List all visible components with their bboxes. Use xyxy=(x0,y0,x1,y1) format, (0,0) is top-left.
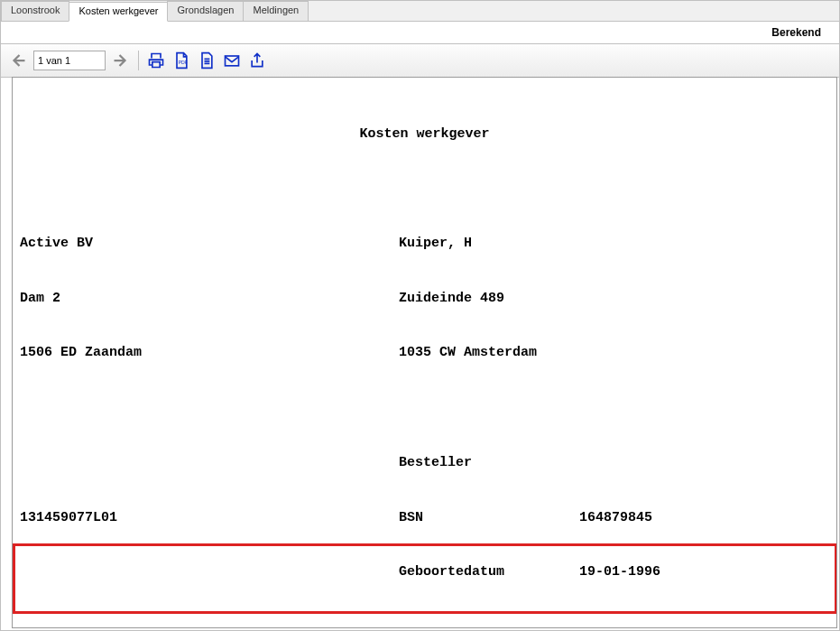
dob-row: Geboortedatum19-01-1996 xyxy=(399,563,660,581)
print-button[interactable] xyxy=(146,51,166,70)
tab-meldingen[interactable]: Meldingen xyxy=(243,1,309,21)
printer-icon xyxy=(147,51,165,70)
pdf-button[interactable]: PDF xyxy=(171,51,191,70)
employee-city: 1035 CW Amsterdam xyxy=(399,344,537,362)
prev-page-button[interactable] xyxy=(8,51,28,70)
employer-city: 1506 ED Zaandam xyxy=(20,344,399,362)
bsn-row: BSN164879845 xyxy=(399,509,652,527)
status-label: Berekend xyxy=(771,26,821,39)
tab-kosten-werkgever[interactable]: Kosten werkgever xyxy=(69,2,168,22)
svg-text:PDF: PDF xyxy=(179,60,188,65)
export-button[interactable] xyxy=(247,51,267,70)
share-icon xyxy=(248,51,266,70)
payroll-id: 131459077L01 xyxy=(20,509,399,527)
bsn-value: 164879845 xyxy=(579,510,652,525)
page-indicator xyxy=(33,51,106,70)
spacer xyxy=(20,563,399,581)
envelope-icon xyxy=(223,51,241,70)
dob-label: Geboortedatum xyxy=(399,563,579,581)
arrow-right-icon xyxy=(113,52,129,69)
page-input[interactable] xyxy=(33,51,106,70)
tab-grondslagen[interactable]: Grondslagen xyxy=(167,1,244,21)
document-title: Kosten werkgever xyxy=(20,125,829,144)
status-bar: Berekend xyxy=(1,22,839,43)
employer-street: Dam 2 xyxy=(20,290,399,308)
employee-role: Besteller xyxy=(399,454,472,472)
employer-name: Active BV xyxy=(20,235,399,253)
toolbar: PDF xyxy=(1,43,839,78)
toolbar-separator xyxy=(138,51,139,70)
app-window: Loonstrook Kosten werkgever Grondslagen … xyxy=(0,0,840,631)
document-icon xyxy=(198,51,216,70)
tab-bar: Loonstrook Kosten werkgever Grondslagen … xyxy=(1,1,839,22)
document-button[interactable] xyxy=(197,51,217,70)
dob-value: 19-01-1996 xyxy=(579,564,660,580)
next-page-button[interactable] xyxy=(111,51,131,70)
document-viewport: Kosten werkgever Active BV Kuiper, H Dam… xyxy=(12,77,837,628)
pdf-icon: PDF xyxy=(172,51,190,70)
tab-loonstrook[interactable]: Loonstrook xyxy=(1,1,69,21)
employee-street: Zuideinde 489 xyxy=(399,290,504,308)
employee-name: Kuiper, H xyxy=(399,235,472,253)
email-button[interactable] xyxy=(222,51,242,70)
document-body: Kosten werkgever Active BV Kuiper, H Dam… xyxy=(13,78,836,628)
spacer xyxy=(20,454,399,472)
bsn-label: BSN xyxy=(399,509,579,527)
arrow-left-icon xyxy=(10,52,26,69)
